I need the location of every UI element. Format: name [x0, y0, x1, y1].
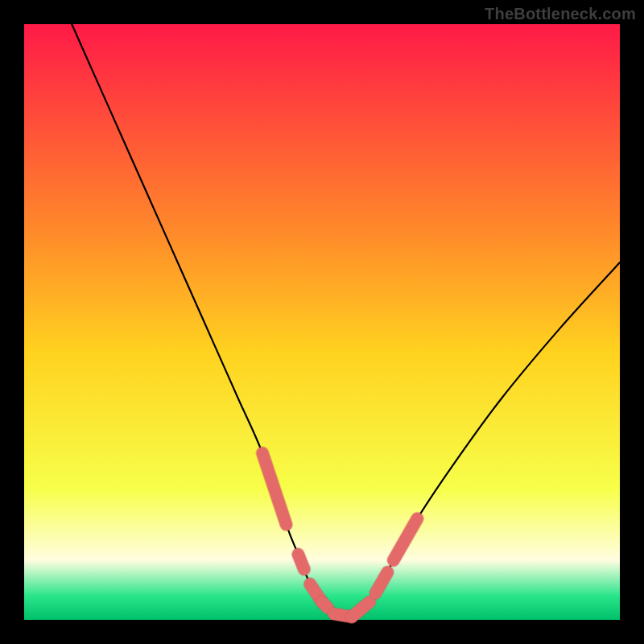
plot-background: [24, 24, 620, 620]
curve-marker: [322, 602, 328, 608]
watermark-text: TheBottleneck.com: [485, 5, 636, 23]
curve-marker: [298, 555, 303, 570]
chart-svg: [0, 0, 644, 644]
chart-stage: TheBottleneck.com: [0, 0, 644, 644]
